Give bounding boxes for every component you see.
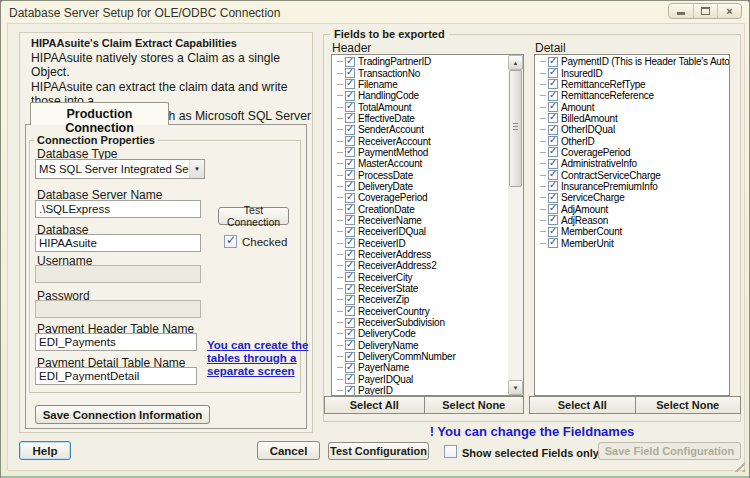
list-item[interactable]: ✓CreationDate <box>334 203 507 214</box>
list-item[interactable]: ✓PaymentMethod <box>334 147 507 158</box>
close-button[interactable]: × <box>717 4 741 18</box>
show-selected-label[interactable]: Show selected Fields only <box>462 447 599 459</box>
maximize-button[interactable] <box>693 4 717 18</box>
list-item[interactable]: ✓Amount <box>537 101 729 112</box>
field-label: ServiceCharge <box>561 192 625 203</box>
scroll-up-button[interactable]: ▲ <box>508 55 523 70</box>
create-tables-link[interactable]: You can create the tables through a sepa… <box>207 339 319 378</box>
list-item[interactable]: ✓CoveragePeriod <box>537 147 729 158</box>
list-item[interactable]: ✓ReceiverSubdivision <box>334 317 507 328</box>
list-item[interactable]: ✓RemittanceReference <box>537 90 729 101</box>
list-item[interactable]: ✓AdjAmount <box>537 203 729 214</box>
list-item[interactable]: ✓RemittanceRefType <box>537 79 729 90</box>
list-item[interactable]: ✓PayerName <box>334 362 507 373</box>
list-item[interactable]: ✓InsurancePremiumInfo <box>537 181 729 192</box>
list-item[interactable]: ✓PayerID <box>334 385 507 396</box>
list-item[interactable]: ✓PaymentID (This is Header Table's Auto … <box>537 56 729 67</box>
check-icon: ✓ <box>549 157 557 168</box>
check-icon: ✓ <box>346 100 354 111</box>
header-list-scrollbar[interactable]: ▲ ▼ <box>508 55 523 395</box>
save-connection-button[interactable]: Save Connection Information <box>35 405 210 424</box>
dialog-window: Database Server Setup for OLE/ODBC Conne… <box>0 0 750 478</box>
list-item[interactable]: ✓Filename <box>334 79 507 90</box>
checked-checkbox[interactable]: ✓ <box>224 235 237 248</box>
list-item[interactable]: ✓ServiceCharge <box>537 192 729 203</box>
detail-select-none-button[interactable]: Select None <box>635 396 742 414</box>
chevron-down-icon: ▼ <box>194 166 200 172</box>
list-item[interactable]: ✓ReceiverZip <box>334 294 507 305</box>
list-item[interactable]: ✓DeliveryCode <box>334 328 507 339</box>
list-item[interactable]: ✓DeliveryName <box>334 340 507 351</box>
list-item[interactable]: ✓TradingPartnerID <box>334 56 507 67</box>
list-item[interactable]: ✓ReceiverID <box>334 238 507 249</box>
list-item[interactable]: ✓ReceiverAddress <box>334 249 507 260</box>
list-item[interactable]: ✓ReceiverName <box>334 215 507 226</box>
check-icon: ✓ <box>346 168 354 179</box>
list-item[interactable]: ✓TotalAmount <box>334 101 507 112</box>
username-input[interactable] <box>35 265 201 283</box>
database-type-dropdown[interactable]: MS SQL Server Integrated Security ▼ <box>35 159 205 179</box>
help-button[interactable]: Help <box>19 441 71 460</box>
tab-production-connection[interactable]: Production Connection <box>30 102 169 125</box>
detail-fields-list[interactable]: ✓PaymentID (This is Header Table's Auto … <box>534 54 730 396</box>
list-item[interactable]: ✓MemberCount <box>537 226 729 237</box>
field-label: ReceiverZip <box>358 294 409 305</box>
header-select-none-button[interactable]: Select None <box>424 396 525 414</box>
check-icon: ✓ <box>549 100 557 111</box>
checked-checkbox-label[interactable]: Checked <box>242 236 287 248</box>
field-label: DeliveryDate <box>358 181 413 192</box>
save-field-configuration-button: Save Field Configuration <box>598 442 741 460</box>
list-item[interactable]: ✓MemberUnit <box>537 238 729 249</box>
list-item[interactable]: ✓DeliveryDate <box>334 181 507 192</box>
list-item[interactable]: ✓MasterAccount <box>334 158 507 169</box>
server-name-input[interactable] <box>35 200 201 218</box>
check-icon: ✓ <box>346 134 354 145</box>
list-item[interactable]: ✓OtherID <box>537 135 729 146</box>
list-item[interactable]: ✓CoveragePeriod <box>334 192 507 203</box>
payment-detail-table-input[interactable] <box>35 367 197 385</box>
list-item[interactable]: ✓AdjReason <box>537 215 729 226</box>
field-checkbox[interactable]: ✓ <box>345 386 355 396</box>
check-icon: ✓ <box>346 248 354 259</box>
list-item[interactable]: ✓SenderAccount <box>334 124 507 135</box>
cancel-button[interactable]: Cancel <box>257 441 320 460</box>
field-label: EffectiveDate <box>358 113 415 124</box>
test-connection-button[interactable]: Test Connection <box>218 207 289 225</box>
database-input[interactable] <box>35 234 201 252</box>
detail-select-all-button[interactable]: Select All <box>529 396 636 414</box>
title-bar[interactable]: Database Server Setup for OLE/ODBC Conne… <box>1 1 749 23</box>
list-item[interactable]: ✓ReceiverIDQual <box>334 226 507 237</box>
list-item[interactable]: ✓ContractServiceCharge <box>537 169 729 180</box>
field-checkbox[interactable]: ✓ <box>548 238 558 248</box>
payment-header-table-input[interactable] <box>35 333 197 351</box>
list-item[interactable]: ✓ReceiverAddress2 <box>334 260 507 271</box>
scroll-down-button[interactable]: ▼ <box>508 380 523 395</box>
list-item[interactable]: ✓InsuredID <box>537 67 729 78</box>
list-item[interactable]: ✓ReceiverAccount <box>334 135 507 146</box>
show-selected-checkbox[interactable] <box>444 445 457 458</box>
list-item[interactable]: ✓EffectiveDate <box>334 113 507 124</box>
list-item[interactable]: ✓ReceiverCountry <box>334 306 507 317</box>
scrollbar-thumb[interactable] <box>509 70 522 187</box>
list-item[interactable]: ✓DeliveryCommNumber <box>334 351 507 362</box>
check-icon: ✓ <box>346 236 354 247</box>
test-configuration-button[interactable]: Test Configuration <box>328 442 429 460</box>
list-item[interactable]: ✓PayerIDQual <box>334 374 507 385</box>
dropdown-button[interactable]: ▼ <box>189 160 204 178</box>
tree-connector <box>540 95 546 96</box>
list-item[interactable]: ✓ReceiverState <box>334 283 507 294</box>
tree-connector <box>337 163 343 164</box>
header-select-all-button[interactable]: Select All <box>324 396 425 414</box>
list-item[interactable]: ✓OtherIDQual <box>537 124 729 135</box>
field-label: PaymentMethod <box>358 147 428 158</box>
list-item[interactable]: ✓TransactionNo <box>334 67 507 78</box>
list-item[interactable]: ✓BilledAmount <box>537 113 729 124</box>
list-item[interactable]: ✓ProcessDate <box>334 169 507 180</box>
list-item[interactable]: ✓ReceiverCity <box>334 272 507 283</box>
password-input[interactable] <box>35 300 201 318</box>
header-fields-list[interactable]: ▲ ▼ ✓TradingPartnerID✓TransactionNo✓File… <box>331 54 524 396</box>
list-item[interactable]: ✓HandlingCode <box>334 90 507 101</box>
list-item[interactable]: ✓AdministrativeInfo <box>537 158 729 169</box>
minimize-button[interactable] <box>669 4 693 18</box>
field-label: AdministrativeInfo <box>561 158 637 169</box>
